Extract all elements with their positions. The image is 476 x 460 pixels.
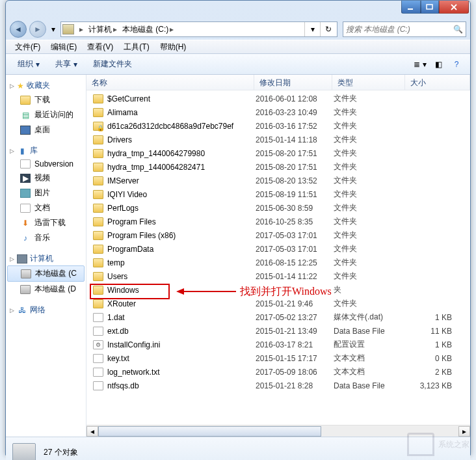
sidebar-item-documents[interactable]: 文档 xyxy=(6,200,86,215)
sidebar-item-desktop[interactable]: 桌面 xyxy=(6,122,86,137)
preview-pane-button[interactable]: ◧ xyxy=(430,57,447,72)
drive-icon xyxy=(62,24,74,34)
file-type: 文件夹 xyxy=(334,243,406,254)
sidebar-item-music[interactable]: ♪音乐 xyxy=(6,230,86,245)
file-row[interactable]: hydra_tmp_14400642824712015-08-20 17:51文… xyxy=(86,160,470,174)
file-type: Data Base File xyxy=(334,327,406,336)
file-row[interactable]: ProgramData2017-05-03 17:01文件夹 xyxy=(86,242,470,256)
file-date: 2015-01-21 13:49 xyxy=(256,327,334,336)
refresh-button[interactable]: ↻ xyxy=(320,22,336,36)
scroll-track[interactable] xyxy=(98,426,458,437)
help-button[interactable]: ? xyxy=(448,57,465,72)
menu-file[interactable]: 文件(F) xyxy=(10,42,46,53)
forward-button[interactable]: ► xyxy=(29,21,46,38)
file-size: 1 KB xyxy=(406,313,470,322)
file-row[interactable]: ntfsqs.db2015-01-21 8:28Data Base File3,… xyxy=(86,379,470,392)
view-options-button[interactable]: ≣ ▾ xyxy=(412,57,429,72)
sidebar-favorites[interactable]: ▷★收藏夹 xyxy=(6,79,86,92)
file-row[interactable]: Program Files (x86)2017-05-03 17:01文件夹 xyxy=(86,228,470,242)
file-type: 文件夹 xyxy=(334,216,406,227)
column-type[interactable]: 类型 xyxy=(332,75,405,90)
sidebar-item-drive-d[interactable]: 本地磁盘 (D xyxy=(6,282,86,297)
share-button[interactable]: 共享 ▾ xyxy=(49,56,84,72)
file-row[interactable]: hydra_tmp_14400642799802015-08-20 17:51文… xyxy=(86,146,470,160)
file-icon xyxy=(93,354,103,363)
file-row[interactable]: Alimama2016-03-23 10:49文件夹 xyxy=(86,105,470,119)
address-dropdown[interactable]: ▾ xyxy=(304,22,320,36)
sidebar-item-downloads[interactable]: 下载 xyxy=(6,92,86,107)
sidebar-item-videos[interactable]: ▶视频 xyxy=(6,170,86,185)
video-icon: ▶ xyxy=(20,174,31,183)
menu-edit[interactable]: 编辑(E) xyxy=(46,42,82,53)
search-icon[interactable]: 🔍 xyxy=(453,25,463,34)
search-input[interactable] xyxy=(346,25,453,34)
file-row[interactable]: Users2015-01-14 11:22文件夹 xyxy=(86,269,470,283)
sidebar-item-pictures[interactable]: 图片 xyxy=(6,185,86,200)
file-row[interactable]: log_network.txt2017-05-09 18:06文本文档2 KB xyxy=(86,365,470,379)
sidebar-item-subversion[interactable]: Subversion xyxy=(6,157,86,170)
status-bar: 27 个对象 xyxy=(6,437,470,460)
maximize-button[interactable] xyxy=(421,1,439,14)
scroll-left-button[interactable]: ◂ xyxy=(86,426,98,437)
library-icon: ▮ xyxy=(17,146,27,156)
sidebar-libraries[interactable]: ▷▮库 xyxy=(6,144,86,157)
file-row[interactable]: 🔒d61ca26d312dcbc4868a9d7ebc79ef2016-03-1… xyxy=(86,119,470,133)
file-row[interactable]: Drivers2015-01-14 11:18文件夹 xyxy=(86,133,470,146)
nav-history-dropdown[interactable]: ▾ xyxy=(49,25,58,34)
file-row[interactable]: IQIYI Video2015-08-19 11:51文件夹 xyxy=(86,187,470,201)
file-row[interactable]: temp2016-08-15 12:25文件夹 xyxy=(86,256,470,269)
address-bar[interactable]: ▸ 计算机 ▸ 本地磁盘 (C:) ▸ ▾ ↻ xyxy=(60,21,337,37)
file-date: 2015-08-19 11:51 xyxy=(256,190,334,199)
menu-help[interactable]: 帮助(H) xyxy=(155,42,192,53)
sidebar-computer[interactable]: ▷计算机 xyxy=(6,252,86,265)
file-row[interactable]: IMServer2015-08-20 13:52文件夹 xyxy=(86,174,470,187)
sidebar-item-xunlei[interactable]: ⬇迅雷下载 xyxy=(6,215,86,230)
folder-icon xyxy=(93,176,103,185)
column-size[interactable]: 大小 xyxy=(405,75,470,90)
file-type: Data Base File xyxy=(334,381,406,390)
breadcrumb-drive-c[interactable]: 本地磁盘 (C:) ▸ xyxy=(120,24,176,35)
column-date[interactable]: 修改日期 xyxy=(254,75,332,90)
file-row[interactable]: Program Files2016-10-25 8:35文件夹 xyxy=(86,215,470,228)
scroll-thumb[interactable] xyxy=(98,426,321,437)
organize-button[interactable]: 组织 ▾ xyxy=(11,56,46,72)
file-name: InstallConfig.ini xyxy=(107,340,160,349)
navigation-bar: ◄ ► ▾ ▸ 计算机 ▸ 本地磁盘 (C:) ▸ ▾ ↻ 🔍 xyxy=(6,19,470,40)
back-button[interactable]: ◄ xyxy=(10,21,27,38)
annotation-arrow-head xyxy=(176,288,184,295)
folder-icon xyxy=(93,272,103,281)
file-row[interactable]: $GetCurrent2016-06-01 12:08文件夹 xyxy=(86,92,470,105)
file-icon xyxy=(20,159,31,169)
file-icon xyxy=(93,313,103,322)
close-button[interactable] xyxy=(439,1,469,14)
file-size: 2 KB xyxy=(406,368,470,377)
sidebar-item-drive-c[interactable]: 本地磁盘 (C xyxy=(7,265,85,282)
file-row[interactable]: ext.db2015-01-21 13:49Data Base File11 K… xyxy=(86,324,470,338)
file-type: 文件夹 xyxy=(334,271,406,282)
file-date: 2015-08-20 17:51 xyxy=(256,149,334,158)
menu-view[interactable]: 查看(V) xyxy=(82,42,118,53)
file-row[interactable]: XRouter2015-01-21 9:46文件夹 xyxy=(86,297,470,310)
file-date: 2016-08-15 12:25 xyxy=(256,258,334,267)
file-size: 11 KB xyxy=(406,327,470,336)
file-row[interactable]: key.txt2015-01-15 17:17文本文档0 KB xyxy=(86,351,470,365)
file-date: 2015-01-14 11:18 xyxy=(256,135,334,144)
file-row[interactable]: PerfLogs2015-06-30 8:59文件夹 xyxy=(86,201,470,215)
file-date: 2016-10-25 8:35 xyxy=(256,217,334,226)
breadcrumb-sep[interactable]: ▸ xyxy=(77,25,86,34)
file-name: IMServer xyxy=(107,176,139,185)
new-folder-button[interactable]: 新建文件夹 xyxy=(86,56,139,72)
search-box[interactable]: 🔍 xyxy=(343,21,466,37)
breadcrumb-computer[interactable]: 计算机 ▸ xyxy=(86,24,120,35)
titlebar xyxy=(6,1,470,19)
menu-tools[interactable]: 工具(T) xyxy=(118,42,154,53)
file-type: 文件夹 xyxy=(334,134,406,145)
column-name[interactable]: 名称 xyxy=(86,75,254,90)
file-row[interactable]: ⚙InstallConfig.ini2016-03-17 8:21配置设置1 K… xyxy=(86,338,470,351)
minimize-button[interactable] xyxy=(401,1,421,14)
settings-file-icon: ⚙ xyxy=(93,340,103,349)
file-row[interactable]: 1.dat2017-05-02 13:27媒体文件(.dat)1 KB xyxy=(86,310,470,324)
computer-icon xyxy=(17,254,27,264)
sidebar-item-recent[interactable]: ▤最近访问的 xyxy=(6,107,86,122)
sidebar-network[interactable]: ▷🖧网络 xyxy=(6,303,86,317)
